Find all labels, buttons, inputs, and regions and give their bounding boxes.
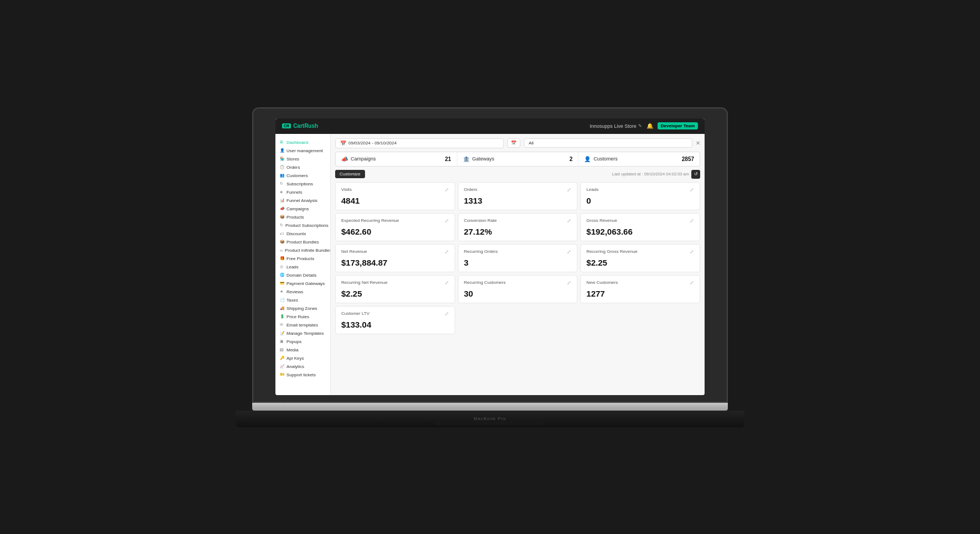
sidebar-item-leads[interactable]: ◎Leads [275, 263, 330, 271]
calendar-icon-button[interactable]: 📅 [507, 138, 520, 148]
metric-value: $2.25 [341, 289, 449, 298]
customize-button[interactable]: Customize [335, 170, 365, 178]
metric-card-customer-ltv: Customer LTV ⤢ $133.04 [335, 306, 455, 334]
summary-tab-gateways[interactable]: 🏦 Gateways 2 [457, 152, 579, 166]
tab-value: 2 [570, 156, 573, 162]
expand-icon[interactable]: ⤢ [445, 187, 449, 193]
sidebar-item-media[interactable]: 🖼Media [275, 346, 330, 354]
expand-icon[interactable]: ⤢ [690, 249, 694, 255]
sidebar-item-analytics[interactable]: 📈Analytics [275, 362, 330, 371]
sidebar-item-support-tickets[interactable]: 🎫Support tickets [275, 371, 330, 379]
expand-icon[interactable]: ⤢ [567, 218, 571, 224]
sidebar-label: Support tickets [286, 372, 316, 377]
metric-label: Gross Revenue [586, 218, 617, 223]
summary-tab-campaigns[interactable]: 📣 Campaigns 21 [336, 152, 457, 166]
expand-icon[interactable]: ⤢ [445, 218, 449, 224]
filter-select[interactable]: All [524, 138, 692, 148]
sidebar-item-funnels[interactable]: ◈Funnels [275, 188, 330, 196]
sidebar-item-free-products[interactable]: 🎁Free Products [275, 255, 330, 263]
sidebar-item-taxes[interactable]: 📄Taxes [275, 296, 330, 304]
sidebar-item-customers[interactable]: 👥Customers [275, 172, 330, 180]
sidebar-item-api-keys[interactable]: 🔑Api Keys [275, 354, 330, 362]
summary-tab-customers[interactable]: 👤 Customers 2857 [578, 152, 700, 166]
sidebar-item-orders[interactable]: 📋Orders [275, 163, 330, 172]
sidebar-icon: 📦 [280, 215, 284, 219]
sidebar-item-product-subscriptions[interactable]: ↻Product Subscriptions [275, 221, 330, 230]
sidebar-item-campaigns[interactable]: 📣Campaigns [275, 205, 330, 213]
tab-label: Gateways [472, 156, 494, 162]
calendar-icon: 📅 [340, 141, 346, 146]
date-picker[interactable]: 📅 09/03/2024 - 09/10/2024 [335, 138, 504, 148]
laptop-wrapper: CR CartRush Innosupps Live Store ✎ 🔔 Dev… [252, 107, 728, 427]
dev-team-badge: Developer Team [658, 122, 698, 129]
sidebar-item-popups[interactable]: ▣Popups [275, 338, 330, 346]
metric-header: Visits ⤢ [341, 187, 449, 193]
sidebar-icon: 📋 [280, 165, 284, 169]
sidebar-label: Campaigns [286, 206, 309, 211]
sidebar-item-product-bundles[interactable]: 📦Product Bundles [275, 238, 330, 246]
logo-badge: CR [282, 123, 291, 128]
expand-icon[interactable]: ⤢ [690, 218, 694, 224]
expand-icon[interactable]: ⤢ [445, 249, 449, 255]
metric-header: Net Revenue ⤢ [341, 249, 449, 255]
sidebar-label: Products [286, 215, 304, 220]
toolbar-row: Customize Last updated at : 09/10/2024 0… [335, 170, 700, 179]
content-area: 📅 09/03/2024 - 09/10/2024 📅 All ✕ [331, 134, 705, 395]
sidebar-item-shipping-zones[interactable]: 🚚Shipping Zones [275, 304, 330, 313]
expand-icon[interactable]: ⤢ [445, 280, 449, 286]
sidebar-item-price-rules[interactable]: 💲Price Rules [275, 313, 330, 321]
expand-icon[interactable]: ⤢ [690, 187, 694, 193]
sidebar-icon: 🎫 [280, 372, 284, 377]
sidebar-icon: 🚚 [280, 306, 284, 310]
sidebar-label: Subscriptions [286, 182, 313, 186]
metric-label: Customer LTV [341, 311, 369, 316]
metric-value: 4841 [341, 196, 449, 205]
sidebar-label: Funnels [286, 190, 302, 195]
sidebar-label: Domain Details [286, 273, 316, 278]
sidebar-item-email-templates[interactable]: ✉Email templates [275, 321, 330, 329]
sidebar-item-funnel-analysis[interactable]: 📊Funnel Analysis [275, 196, 330, 205]
sidebar-label: Product Subscriptions [285, 223, 329, 228]
metric-header: Recurring Gross Revenue ⤢ [586, 249, 694, 255]
tab-icon: 👤 [584, 156, 591, 162]
metric-label: Leads [586, 187, 598, 192]
metric-header: Gross Revenue ⤢ [586, 218, 694, 224]
sidebar-label: Manage Templates [286, 331, 324, 336]
metric-label: Visits [341, 187, 352, 192]
sidebar-item-payment-gateways[interactable]: 💳Payment Gateways [275, 279, 330, 288]
metric-value: $173,884.87 [341, 258, 449, 267]
sidebar-item-dashboard[interactable]: ⊞Dashboard [275, 138, 330, 147]
tab-left: 👤 Customers [584, 156, 618, 162]
expand-icon[interactable]: ⤢ [567, 280, 571, 286]
sidebar-label: Stores [286, 157, 299, 162]
metric-value: 27.12% [464, 227, 572, 236]
tab-left: 🏦 Gateways [463, 156, 494, 162]
metric-header: New Customers ⤢ [586, 280, 694, 286]
metric-card-net-revenue: Net Revenue ⤢ $173,884.87 [335, 244, 455, 272]
expand-icon[interactable]: ⤢ [567, 249, 571, 255]
sidebar-item-manage-templates[interactable]: 📝Manage Templates [275, 329, 330, 338]
close-filter-button[interactable]: ✕ [696, 140, 700, 146]
sidebar-label: Leads [286, 265, 299, 269]
refresh-button[interactable]: ↺ [691, 170, 700, 179]
sidebar-item-subscriptions[interactable]: ↻Subscriptions [275, 180, 330, 188]
bell-icon[interactable]: 🔔 [647, 123, 653, 129]
sidebar-item-products[interactable]: 📦Products [275, 213, 330, 221]
sidebar-label: Email templates [286, 323, 318, 328]
sidebar-icon: ◈ [280, 190, 284, 194]
edit-icon[interactable]: ✎ [638, 123, 642, 128]
sidebar-item-discounts[interactable]: 🏷Discounts [275, 230, 330, 238]
sidebar-item-reviews[interactable]: ★Reviews [275, 288, 330, 296]
sidebar-item-domain-details[interactable]: 🌐Domain Details [275, 271, 330, 279]
metric-header: Orders ⤢ [464, 187, 572, 193]
sidebar-item-user-management[interactable]: 👤User management [275, 147, 330, 155]
sidebar-item-stores[interactable]: 🏪Stores [275, 155, 330, 163]
expand-icon[interactable]: ⤢ [567, 187, 571, 193]
expand-icon[interactable]: ⤢ [690, 280, 694, 286]
sidebar-icon: 📊 [280, 198, 284, 203]
sidebar-item-product-infinite-bundles[interactable]: ∞Product Infinite Bundles [275, 246, 330, 255]
sidebar-label: User management [286, 148, 323, 153]
sidebar-label: Payment Gateways [286, 281, 325, 286]
expand-icon[interactable]: ⤢ [445, 311, 449, 317]
metric-header: Leads ⤢ [586, 187, 694, 193]
